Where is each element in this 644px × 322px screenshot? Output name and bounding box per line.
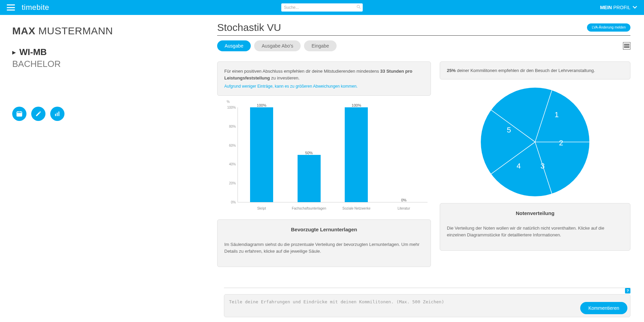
svg-line-13 — [491, 110, 535, 142]
bar-chart: % 0% 20% 40% 60% 80% 100% 100% Skript — [217, 101, 431, 216]
calendar-button[interactable] — [12, 107, 26, 121]
recommend-percent: 25% — [447, 68, 456, 73]
degree-label: BACHELOR — [12, 59, 217, 69]
study-code: WI-MB — [19, 47, 47, 57]
bar-skript[interactable]: 100% Skript — [238, 107, 285, 202]
help-icon[interactable]: ? — [625, 288, 630, 293]
search-input[interactable] — [281, 3, 363, 12]
profile-menu[interactable]: MEIN PROFIL — [600, 5, 637, 11]
info-post: zu investieren. — [271, 75, 300, 80]
user-first: MAX — [12, 25, 35, 36]
svg-line-14 — [535, 90, 552, 142]
sidebar: MAX MUSTERMANN ▶ WI-MB BACHELOR — [0, 15, 217, 322]
svg-rect-8 — [57, 113, 58, 116]
pie-desc-text: Die Verteilung der Noten wollen wir dir … — [447, 225, 623, 238]
plot-area: 0% 20% 40% 60% 80% 100% 100% Skript — [238, 107, 428, 202]
bar-category: Skript — [238, 207, 285, 210]
ytick: 100% — [224, 106, 236, 109]
profile-label-light: PROFIL — [613, 5, 630, 10]
info-box-hours: Für einen positiven Abschluss empfehlen … — [217, 61, 431, 96]
user-last: MUSTERMANN — [38, 25, 113, 36]
triangle-right-icon: ▶ — [12, 50, 16, 55]
tab-abos[interactable]: Ausgabe Abo's — [254, 40, 301, 51]
pie-slice-label: 1 — [555, 110, 559, 119]
recommend-text: deiner Kommilitonen empfehlen dir den Be… — [457, 68, 595, 73]
ytick: 60% — [224, 143, 236, 147]
svg-point-0 — [357, 5, 360, 8]
bar-desc-text: Im Säulendiagramm siehst du die prozentu… — [224, 241, 424, 254]
profile-label-bold: MEIN — [600, 5, 612, 10]
comment-button[interactable]: Kommentieren — [580, 302, 627, 314]
pie-slice-label: 3 — [541, 162, 545, 171]
bar-value-label: 100% — [333, 103, 380, 107]
bar-category: Literatur — [380, 207, 428, 210]
search-icon[interactable] — [357, 5, 361, 10]
bar-value-label: 50% — [285, 151, 333, 155]
course-title: Stochastik VU — [217, 22, 281, 33]
svg-line-12 — [491, 142, 535, 174]
bar-fachschaft[interactable]: 50% Fachschaftsunterlagen — [285, 107, 333, 202]
svg-line-1 — [359, 7, 360, 8]
svg-rect-9 — [58, 111, 59, 116]
pie-chart: 1 2 3 4 5 — [440, 84, 630, 200]
bar-literatur[interactable]: 0% Literatur — [380, 107, 428, 202]
ytick: 20% — [224, 181, 236, 185]
info-pre: Für einen positiven Abschluss empfehlen … — [224, 69, 380, 74]
pie-slice-label: 4 — [517, 162, 521, 171]
report-change-button[interactable]: LVA-Änderung melden — [587, 23, 630, 32]
ytick: 40% — [224, 162, 236, 166]
bar-value-label: 0% — [380, 198, 428, 202]
svg-rect-7 — [55, 114, 56, 116]
pie-desc-title: Notenverteilung — [447, 210, 623, 216]
divider — [224, 288, 630, 288]
ytick: 0% — [224, 200, 236, 204]
info-note[interactable]: Aufgrund weniger Einträge, kann es zu gr… — [224, 83, 424, 89]
bar-desc-box: Bevorzugte Lernunterlagen Im Säulendiagr… — [217, 219, 431, 267]
bar-category: Soziale Netzwerke — [333, 207, 380, 210]
tab-eingabe[interactable]: Eingabe — [304, 40, 336, 51]
pie-slice-label: 2 — [559, 139, 563, 147]
info-box-recommend: 25% deiner Kommilitonen empfehlen dir de… — [440, 61, 630, 79]
bar-category: Fachschaftsunterlagen — [285, 207, 333, 210]
menu-icon[interactable] — [7, 4, 15, 11]
pie-slice-label: 5 — [507, 126, 511, 135]
user-name: MAX MUSTERMANN — [12, 25, 217, 37]
bar-soziale[interactable]: 100% Soziale Netzwerke — [333, 107, 380, 202]
main-content: Stochastik VU LVA-Änderung melden Ausgab… — [217, 15, 644, 322]
study-row[interactable]: ▶ WI-MB — [12, 47, 217, 57]
comment-input[interactable] — [227, 297, 580, 314]
y-axis-label: % — [227, 100, 230, 104]
ytick: 80% — [224, 124, 236, 128]
pie-desc-box: Notenverteilung Die Verteilung der Noten… — [440, 203, 630, 251]
search-wrap — [281, 3, 363, 12]
tab-ausgabe[interactable]: Ausgabe — [217, 40, 251, 51]
edit-button[interactable] — [31, 107, 45, 121]
bar-desc-title: Bevorzugte Lernunterlagen — [224, 227, 424, 232]
app-logo[interactable]: timebite — [22, 3, 49, 12]
list-view-icon[interactable] — [623, 42, 630, 50]
stats-button[interactable] — [50, 107, 64, 121]
pie[interactable]: 1 2 3 4 5 — [481, 88, 589, 196]
bar-value-label: 100% — [238, 103, 285, 107]
top-header: timebite MEIN PROFIL — [0, 0, 644, 15]
comment-bar: Kommentieren — [224, 294, 630, 317]
chevron-down-icon — [632, 5, 637, 11]
